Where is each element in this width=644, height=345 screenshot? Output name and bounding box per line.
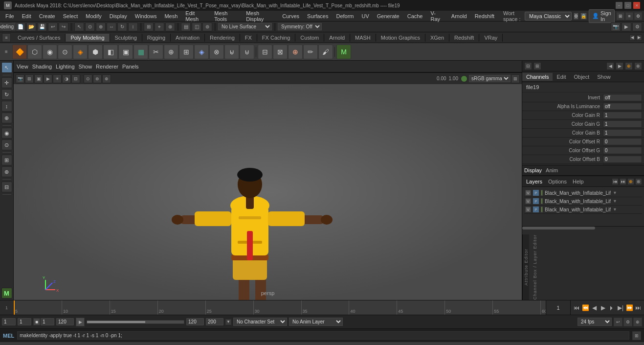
menu-mesh-display[interactable]: Mesh Display (243, 9, 278, 23)
attr-val-cgb[interactable]: 1 (603, 129, 642, 137)
toolbar-snap-curve-icon[interactable]: ⌖ (155, 23, 164, 31)
menu-uv[interactable]: UV (358, 12, 373, 20)
menu-curves[interactable]: Curves (279, 12, 303, 20)
rp-icon6[interactable]: ⊗ (634, 62, 642, 70)
chan-tab-object[interactable]: Object (570, 73, 593, 81)
viewport[interactable]: View Shading Lighting Show Renderer Pane… (14, 61, 522, 300)
shelf-tab-sculpting[interactable]: Sculpting (110, 34, 142, 42)
playback-icon[interactable]: ▶ (76, 318, 85, 326)
range-end-input[interactable] (206, 318, 223, 325)
range-start-input[interactable] (186, 318, 204, 325)
live-surface-select[interactable]: No Live Surface (218, 23, 272, 30)
shelf-tab-fxcaching[interactable]: FX Caching (257, 34, 295, 42)
rp-icon3[interactable]: ◀ (606, 62, 614, 70)
shelf-scroll-right[interactable]: ▶ (636, 35, 642, 41)
shelf-icon-crease[interactable]: ⊕ (288, 45, 303, 59)
vp-icon-hud[interactable]: ⊕ (102, 74, 111, 83)
icon-bar-btn1[interactable]: ⊞ (617, 12, 624, 20)
menu-edit-mesh[interactable]: Edit Mesh (182, 9, 210, 23)
vp-icon-aa[interactable]: ⊛ (93, 74, 102, 83)
shelf-menu-icon[interactable]: ≡ (2, 33, 11, 42)
range-slider[interactable] (87, 320, 184, 324)
workspace-select[interactable]: Maya Classic (525, 12, 572, 21)
layer-vis-1[interactable]: V (525, 190, 531, 196)
chan-tab-edit[interactable]: Edit (553, 73, 570, 81)
shelf-tab-rigging[interactable]: Rigging (142, 34, 171, 42)
toolbar-scale-icon[interactable]: ↕ (128, 23, 138, 31)
shelf-tab-animation[interactable]: Animation (171, 34, 205, 42)
toolbar-isolate-icon[interactable]: ⊚ (202, 23, 212, 31)
vp-icon-expand[interactable]: ⊞ (511, 74, 520, 83)
translate-tool-button[interactable]: ✛ (1, 77, 12, 88)
select-tool-button[interactable]: ↖ (1, 62, 12, 73)
rp-icon4[interactable]: ▶ (616, 62, 623, 70)
mel-options-icon[interactable]: ⊞ (632, 331, 641, 340)
shelf-icon-bridge[interactable]: ◧ (103, 45, 118, 59)
layer-scroll-thumb[interactable] (522, 227, 595, 230)
workspace-settings-icon[interactable]: ⚙ (574, 13, 578, 20)
shelf-icon-mirror[interactable]: ⊟ (258, 45, 272, 59)
vp-menu-view[interactable]: View (17, 64, 28, 69)
side-label-attr[interactable]: Attribute Editor (524, 249, 529, 286)
vp-menu-renderer[interactable]: Renderer (96, 64, 118, 69)
shelf-tab-fx[interactable]: FX (240, 34, 257, 42)
scale-tool-button[interactable]: ↕ (1, 101, 12, 112)
menu-deform[interactable]: Deform (333, 12, 357, 20)
shelf-tab-rendering[interactable]: Rendering (205, 34, 240, 42)
layer-icon4[interactable]: ⊗ (635, 178, 642, 185)
vp-icon-wire[interactable]: ⊟ (71, 74, 80, 83)
tc-play-rev[interactable]: ⏵ (608, 304, 616, 311)
shelf-icon-separate[interactable]: ⊍ (240, 45, 254, 59)
toolbar-snap-pt-icon[interactable]: ⊛ (165, 23, 175, 31)
rotate-tool-button[interactable]: ↻ (1, 89, 12, 100)
tc-prev-key[interactable]: ⏪ (581, 304, 589, 311)
tc-next-key[interactable]: ⏩ (625, 304, 633, 311)
side-label-channel[interactable]: Channel Box / Layer Editor (533, 234, 537, 300)
menu-redshift[interactable]: Redshift (471, 12, 498, 20)
render-settings-icon[interactable]: ⚙ (632, 23, 642, 31)
snap-grid-button[interactable]: ⊞ (1, 155, 12, 165)
tc-play[interactable]: ▶ (599, 304, 607, 311)
attr-val-cob[interactable]: 0 (603, 156, 642, 163)
toolbar-rotate-icon[interactable]: ↻ (117, 23, 127, 31)
icon-bar-btn2[interactable]: ≡ (625, 12, 633, 20)
layers-tab[interactable]: Layers (524, 178, 544, 185)
shelf-tab-poly[interactable]: Poly Modeling (66, 34, 110, 42)
mel-input[interactable] (17, 331, 629, 340)
layer-item-2[interactable]: V P Black_Man_with_Inflatable_Lif ▼ (524, 197, 642, 206)
shelf-icon-symmetry[interactable]: ⊠ (273, 45, 288, 59)
vp-icon-film[interactable]: ▣ (34, 74, 43, 83)
tc-go-end[interactable]: ⏭ (634, 304, 642, 311)
layer-vis-2[interactable]: V (525, 198, 531, 204)
tc-next-frame[interactable]: ▶| (617, 304, 624, 311)
attr-val-cor[interactable]: 0 (603, 138, 642, 145)
toolbar-show-icon[interactable]: ▤ (181, 23, 191, 31)
vp-icon-camera[interactable]: 📷 (16, 74, 24, 83)
frame-end-input[interactable] (56, 318, 74, 325)
shelf-scroll-left[interactable]: ◀ (629, 35, 635, 41)
attr-val-cgg[interactable]: 1 (603, 120, 642, 128)
shelf-icon-poly[interactable]: 🔶 (12, 45, 27, 59)
shelf-icon-fill[interactable]: ▦ (133, 45, 148, 59)
vp-icon-grid[interactable]: ⊞ (25, 74, 34, 83)
layer-icon1[interactable]: ⏮ (612, 178, 619, 185)
vp-menu-shading[interactable]: Shading (32, 64, 52, 69)
shelf-icon-connect[interactable]: ⊞ (179, 45, 194, 59)
tc-go-start[interactable]: ⏮ (573, 304, 580, 311)
menu-create[interactable]: Create (36, 12, 59, 20)
timeline-playhead[interactable] (14, 300, 15, 315)
fps-select[interactable]: 24 fps (577, 318, 612, 326)
toolbar-transform-icon[interactable]: ↔ (107, 23, 116, 31)
toolbar-hide-icon[interactable]: ◫ (192, 23, 201, 31)
shelf-tab-motion[interactable]: Motion Graphics (376, 34, 425, 42)
shelf-icon-paint[interactable]: ✏ (303, 45, 318, 59)
toolbar-snap-icon[interactable]: ⊕ (96, 23, 106, 31)
shelf-tab-vray[interactable]: VRay (479, 34, 503, 42)
menu-select[interactable]: Select (60, 12, 82, 20)
layer-scrollbar[interactable] (522, 226, 644, 229)
menu-vray[interactable]: V-Ray (427, 9, 446, 23)
menu-cache[interactable]: Cache (404, 12, 426, 20)
shelf-icon-extrude[interactable]: ◈ (73, 45, 88, 59)
icon-bar-btn3[interactable]: ⚙ (634, 12, 642, 20)
render-icon[interactable]: ▶ (622, 23, 631, 31)
